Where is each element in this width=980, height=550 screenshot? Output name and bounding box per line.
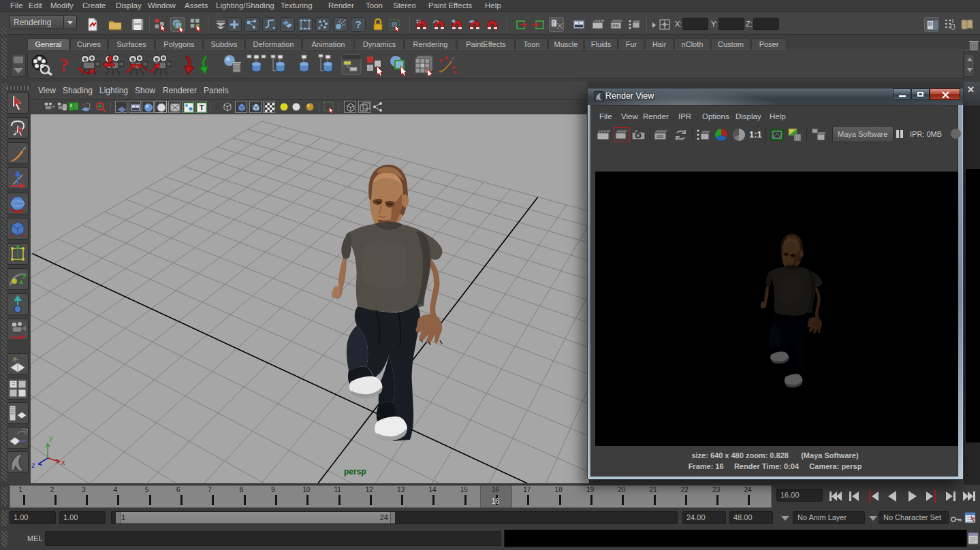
svg-text:?: ? [355, 18, 361, 30]
svg-text:IPR: IPR [657, 135, 664, 139]
svg-text:y: y [49, 434, 53, 442]
svg-text:?: ? [59, 54, 69, 76]
svg-text:z: z [31, 461, 35, 469]
svg-text:IPR: IPR [612, 24, 620, 28]
svg-text:persp: persp [344, 467, 366, 476]
svg-text:x: x [61, 458, 65, 466]
svg-text:T: T [200, 103, 204, 112]
